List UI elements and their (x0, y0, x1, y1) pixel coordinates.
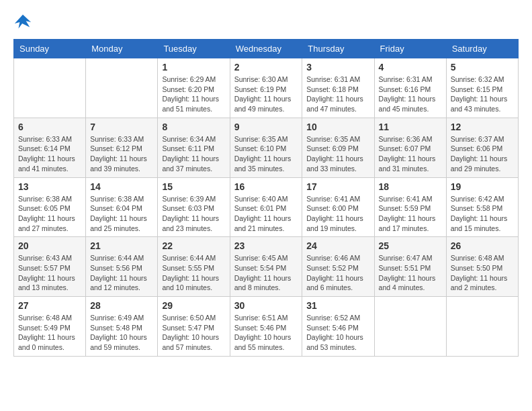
calendar-cell: 15Sunrise: 6:39 AM Sunset: 6:03 PM Dayli… (158, 177, 230, 237)
day-info: Sunrise: 6:32 AM Sunset: 6:15 PM Dayligh… (451, 75, 514, 114)
day-number: 16 (234, 181, 298, 192)
calendar-week-3: 13Sunrise: 6:38 AM Sunset: 6:05 PM Dayli… (14, 177, 519, 237)
day-info: Sunrise: 6:45 AM Sunset: 5:54 PM Dayligh… (234, 253, 298, 293)
calendar-cell: 10Sunrise: 6:35 AM Sunset: 6:09 PM Dayli… (302, 118, 374, 177)
day-number: 17 (306, 181, 369, 192)
day-info: Sunrise: 6:33 AM Sunset: 6:14 PM Dayligh… (18, 134, 81, 174)
day-number: 8 (162, 122, 225, 132)
day-info: Sunrise: 6:37 AM Sunset: 6:06 PM Dayligh… (451, 134, 514, 174)
calendar-cell: 20Sunrise: 6:43 AM Sunset: 5:57 PM Dayli… (14, 237, 86, 297)
day-number: 29 (162, 300, 225, 311)
day-number: 15 (162, 181, 225, 192)
day-number: 12 (451, 122, 514, 132)
calendar-cell: 13Sunrise: 6:38 AM Sunset: 6:05 PM Dayli… (14, 177, 86, 237)
day-number: 19 (451, 181, 514, 192)
day-number: 7 (90, 122, 153, 132)
day-info: Sunrise: 6:39 AM Sunset: 6:03 PM Dayligh… (162, 194, 225, 234)
day-number: 10 (306, 122, 369, 132)
day-number: 25 (379, 240, 442, 251)
day-info: Sunrise: 6:29 AM Sunset: 6:20 PM Dayligh… (162, 75, 225, 114)
day-number: 30 (234, 300, 298, 311)
day-info: Sunrise: 6:40 AM Sunset: 6:01 PM Dayligh… (234, 194, 298, 234)
day-number: 20 (18, 240, 81, 251)
calendar-cell: 22Sunrise: 6:44 AM Sunset: 5:55 PM Dayli… (158, 237, 230, 297)
day-info: Sunrise: 6:49 AM Sunset: 5:48 PM Dayligh… (90, 313, 153, 353)
day-number: 27 (18, 300, 81, 311)
day-info: Sunrise: 6:50 AM Sunset: 5:47 PM Dayligh… (162, 313, 225, 353)
calendar-cell: 11Sunrise: 6:36 AM Sunset: 6:07 PM Dayli… (374, 118, 446, 177)
calendar-table: SundayMondayTuesdayWednesdayThursdayFrid… (13, 39, 519, 357)
calendar-cell: 12Sunrise: 6:37 AM Sunset: 6:06 PM Dayli… (446, 118, 518, 177)
day-info: Sunrise: 6:41 AM Sunset: 5:59 PM Dayligh… (379, 194, 442, 234)
calendar-cell: 26Sunrise: 6:48 AM Sunset: 5:50 PM Dayli… (446, 237, 518, 297)
day-info: Sunrise: 6:48 AM Sunset: 5:50 PM Dayligh… (451, 253, 514, 293)
day-number: 2 (234, 62, 298, 73)
day-info: Sunrise: 6:38 AM Sunset: 6:04 PM Dayligh… (90, 194, 153, 234)
day-number: 11 (379, 122, 442, 132)
day-info: Sunrise: 6:47 AM Sunset: 5:51 PM Dayligh… (379, 253, 442, 293)
day-info: Sunrise: 6:31 AM Sunset: 6:16 PM Dayligh… (379, 75, 442, 114)
day-number: 3 (306, 62, 369, 73)
day-number: 6 (18, 122, 81, 132)
day-number: 22 (162, 240, 225, 251)
day-info: Sunrise: 6:51 AM Sunset: 5:46 PM Dayligh… (234, 313, 298, 353)
day-header-wednesday: Wednesday (230, 40, 302, 58)
day-info: Sunrise: 6:44 AM Sunset: 5:56 PM Dayligh… (90, 253, 153, 293)
logo (13, 13, 35, 32)
calendar-cell: 16Sunrise: 6:40 AM Sunset: 6:01 PM Dayli… (230, 177, 302, 237)
calendar-cell: 5Sunrise: 6:32 AM Sunset: 6:15 PM Daylig… (446, 58, 518, 118)
day-header-thursday: Thursday (302, 40, 374, 58)
calendar-cell: 17Sunrise: 6:41 AM Sunset: 6:00 PM Dayli… (302, 177, 374, 237)
day-number: 28 (90, 300, 153, 311)
day-info: Sunrise: 6:31 AM Sunset: 6:18 PM Dayligh… (306, 75, 369, 114)
calendar-cell: 6Sunrise: 6:33 AM Sunset: 6:14 PM Daylig… (14, 118, 86, 177)
calendar-cell: 29Sunrise: 6:50 AM Sunset: 5:47 PM Dayli… (158, 297, 230, 357)
day-header-tuesday: Tuesday (158, 40, 230, 58)
day-number: 26 (451, 240, 514, 251)
calendar-cell: 23Sunrise: 6:45 AM Sunset: 5:54 PM Dayli… (230, 237, 302, 297)
calendar-cell: 3Sunrise: 6:31 AM Sunset: 6:18 PM Daylig… (302, 58, 374, 118)
calendar-cell: 24Sunrise: 6:46 AM Sunset: 5:52 PM Dayli… (302, 237, 374, 297)
day-number: 14 (90, 181, 153, 192)
calendar-cell (14, 58, 86, 118)
calendar-cell: 2Sunrise: 6:30 AM Sunset: 6:19 PM Daylig… (230, 58, 302, 118)
calendar-cell (374, 297, 446, 357)
calendar-cell: 25Sunrise: 6:47 AM Sunset: 5:51 PM Dayli… (374, 237, 446, 297)
day-info: Sunrise: 6:34 AM Sunset: 6:11 PM Dayligh… (162, 134, 225, 174)
day-info: Sunrise: 6:35 AM Sunset: 6:10 PM Dayligh… (234, 134, 298, 174)
day-number: 24 (306, 240, 369, 251)
day-info: Sunrise: 6:52 AM Sunset: 5:46 PM Dayligh… (306, 313, 369, 353)
svg-marker-0 (15, 15, 31, 29)
day-header-sunday: Sunday (14, 40, 86, 58)
calendar-header-row: SundayMondayTuesdayWednesdayThursdayFrid… (14, 40, 519, 58)
calendar-cell: 31Sunrise: 6:52 AM Sunset: 5:46 PM Dayli… (302, 297, 374, 357)
day-info: Sunrise: 6:41 AM Sunset: 6:00 PM Dayligh… (306, 194, 369, 234)
calendar-cell: 19Sunrise: 6:42 AM Sunset: 5:58 PM Dayli… (446, 177, 518, 237)
day-info: Sunrise: 6:38 AM Sunset: 6:05 PM Dayligh… (18, 194, 81, 234)
day-number: 9 (234, 122, 298, 132)
day-info: Sunrise: 6:43 AM Sunset: 5:57 PM Dayligh… (18, 253, 81, 293)
calendar-week-1: 1Sunrise: 6:29 AM Sunset: 6:20 PM Daylig… (14, 58, 519, 118)
day-number: 21 (90, 240, 153, 251)
page-header (13, 13, 519, 32)
logo-icon (13, 13, 32, 32)
day-number: 5 (451, 62, 514, 73)
day-info: Sunrise: 6:46 AM Sunset: 5:52 PM Dayligh… (306, 253, 369, 293)
calendar-week-5: 27Sunrise: 6:48 AM Sunset: 5:49 PM Dayli… (14, 297, 519, 357)
calendar-cell (446, 297, 518, 357)
calendar-cell: 4Sunrise: 6:31 AM Sunset: 6:16 PM Daylig… (374, 58, 446, 118)
calendar-cell: 1Sunrise: 6:29 AM Sunset: 6:20 PM Daylig… (158, 58, 230, 118)
calendar-cell: 14Sunrise: 6:38 AM Sunset: 6:04 PM Dayli… (86, 177, 158, 237)
day-header-monday: Monday (86, 40, 158, 58)
day-info: Sunrise: 6:48 AM Sunset: 5:49 PM Dayligh… (18, 313, 81, 353)
day-info: Sunrise: 6:42 AM Sunset: 5:58 PM Dayligh… (451, 194, 514, 234)
day-info: Sunrise: 6:33 AM Sunset: 6:12 PM Dayligh… (90, 134, 153, 174)
calendar-cell: 30Sunrise: 6:51 AM Sunset: 5:46 PM Dayli… (230, 297, 302, 357)
day-info: Sunrise: 6:30 AM Sunset: 6:19 PM Dayligh… (234, 75, 298, 114)
calendar-cell: 21Sunrise: 6:44 AM Sunset: 5:56 PM Dayli… (86, 237, 158, 297)
day-number: 1 (162, 62, 225, 73)
calendar-cell: 7Sunrise: 6:33 AM Sunset: 6:12 PM Daylig… (86, 118, 158, 177)
day-header-friday: Friday (374, 40, 446, 58)
day-number: 31 (306, 300, 369, 311)
calendar-cell: 9Sunrise: 6:35 AM Sunset: 6:10 PM Daylig… (230, 118, 302, 177)
